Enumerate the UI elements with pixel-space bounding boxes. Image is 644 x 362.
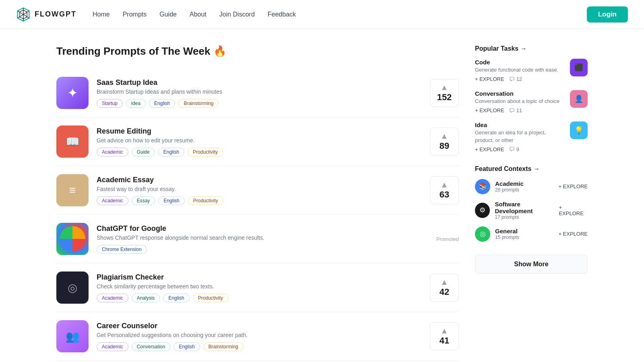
upvote-arrow[interactable]: ▲ (440, 132, 448, 140)
tag[interactable]: Chrome Extension (97, 245, 147, 254)
show-more-button[interactable]: Show More (475, 255, 588, 274)
featured-contexts-title: Featured Contexts → (475, 165, 588, 173)
task-comments: 12 (509, 76, 522, 82)
context-count: 15 prompts (495, 234, 519, 240)
prompt-desc: Get advice on how to edit your resume. (97, 137, 422, 144)
vote-count: 152 (437, 92, 452, 103)
context-icon: ◎ (475, 226, 490, 242)
upvote-arrow[interactable]: ▲ (440, 278, 448, 286)
tag[interactable]: Academic (97, 148, 128, 156)
vote-box[interactable]: ▲ 152 (430, 79, 459, 107)
vote-box[interactable]: ▲ 42 (430, 274, 459, 302)
tag[interactable]: Conversation (132, 342, 171, 351)
prompt-info: Saas Startup Idea Brainstorm Startup Ide… (97, 78, 422, 108)
tag[interactable]: Startup (97, 99, 123, 108)
nav-guide[interactable]: Guide (159, 11, 177, 18)
logo[interactable]: FLOWGPT (16, 7, 76, 22)
vote-box[interactable]: ▲ 63 (430, 176, 459, 204)
task-explore[interactable]: + EXPLORE (475, 76, 504, 82)
prompt-card[interactable]: ✦ Saas Startup Idea Brainstorm Startup I… (56, 69, 459, 117)
context-text: Academic 28 prompts (495, 180, 524, 193)
promoted-label: Promoted (436, 236, 459, 242)
context-count: 28 prompts (495, 187, 524, 193)
tag[interactable]: English (158, 196, 184, 205)
context-explore[interactable]: + EXPLORE (558, 231, 588, 237)
page-title: Trending Prompts of The Week 🔥 (56, 45, 459, 58)
upvote-arrow[interactable]: ▲ (440, 181, 448, 189)
prompt-desc: Check similarity percentage between two … (97, 283, 422, 290)
featured-contexts-section: Featured Contexts → 📚 Academic 28 prompt… (475, 165, 588, 242)
tag[interactable]: Guide (132, 148, 155, 156)
context-explore[interactable]: + EXPLORE (558, 183, 588, 189)
vote-count: 89 (440, 141, 449, 151)
nav-prompts[interactable]: Prompts (123, 11, 147, 18)
popular-tasks-section: Popular Tasks → Code Generate functional… (475, 45, 588, 152)
task-comments: 11 (509, 107, 522, 113)
prompt-title: Career Counselor (97, 322, 422, 330)
context-text: General 15 prompts (495, 228, 519, 240)
tag[interactable]: Brainstorming (178, 99, 219, 108)
tag[interactable]: Academic (97, 342, 128, 351)
tag[interactable]: Essay (132, 196, 155, 205)
context-icon: ⚙ (475, 203, 490, 218)
context-explore[interactable]: + EXPLORE (559, 204, 588, 216)
tag[interactable]: English (173, 342, 200, 351)
prompt-card[interactable]: ◎ Plagiarism Checker Check similarity pe… (56, 263, 459, 312)
vote-box[interactable]: ▲ 41 (430, 322, 459, 350)
nav-feedback[interactable]: Feedback (268, 11, 296, 18)
task-title: Code (475, 59, 565, 66)
task-comments: 9 (509, 146, 519, 152)
tag[interactable]: Productivity (193, 294, 228, 302)
task-explore[interactable]: + EXPLORE (475, 146, 504, 152)
context-text: Software Development 17 prompts (495, 201, 559, 220)
context-left: ◎ General 15 prompts (475, 226, 519, 242)
tag[interactable]: Brainstorming (203, 342, 244, 351)
task-info: Idea Generate an idea for a project, pro… (475, 121, 565, 152)
tag[interactable]: Analysis (132, 294, 160, 302)
prompt-thumbnail: ◎ (56, 272, 89, 304)
prompt-card[interactable]: 📖 Resume Editing Get advice on how to ed… (56, 117, 459, 166)
nav-about[interactable]: About (190, 11, 206, 18)
context-icon: 📚 (475, 179, 490, 194)
tags: StartupIdeaEnglishBrainstorming (97, 99, 422, 108)
context-item: ⚙ Software Development 17 prompts + EXPL… (475, 201, 588, 220)
login-button[interactable]: Login (587, 6, 628, 23)
prompt-list: ✦ Saas Startup Idea Brainstorm Startup I… (56, 69, 459, 361)
prompt-desc: Shows ChatGPT response alongside normal … (97, 234, 428, 241)
tag[interactable]: Academic (97, 196, 128, 205)
nav-join-discord[interactable]: Join Discord (219, 11, 255, 18)
tags: AcademicGuideEnglishProductivity (97, 148, 422, 156)
upvote-arrow[interactable]: ▲ (440, 327, 448, 335)
task-thumbnail: 👤 (570, 90, 588, 108)
task-explore[interactable]: + EXPLORE (475, 107, 504, 113)
context-item: ◎ General 15 prompts + EXPLORE (475, 226, 588, 242)
prompt-info: Resume Editing Get advice on how to edit… (97, 127, 422, 156)
upvote-arrow[interactable]: ▲ (440, 83, 448, 91)
tag[interactable]: English (163, 294, 189, 302)
tag[interactable]: Productivity (188, 196, 223, 205)
tag[interactable]: English (149, 99, 175, 108)
task-desc: Conversation about a topic of choice (475, 98, 565, 105)
tag[interactable]: English (158, 148, 184, 156)
tag[interactable]: Productivity (188, 148, 223, 156)
tag[interactable]: Academic (97, 294, 128, 302)
prompt-card[interactable]: ≡ Academic Essay Fastest way to draft yo… (56, 166, 459, 215)
context-item: 📚 Academic 28 prompts + EXPLORE (475, 179, 588, 194)
tag[interactable]: Idea (126, 99, 146, 108)
task-thumbnail: ⬛ (570, 59, 588, 76)
context-count: 17 prompts (495, 214, 559, 220)
vote-box[interactable]: ▲ 89 (430, 128, 459, 156)
task-item: Conversation Conversation about a topic … (475, 90, 588, 113)
context-title: General (495, 228, 519, 234)
prompt-card[interactable]: ChatGPT for Google Shows ChatGPT respons… (56, 215, 459, 263)
task-info: Code Generate functional code with ease.… (475, 59, 565, 82)
nav-home[interactable]: Home (93, 11, 110, 18)
prompt-thumbnail: 📖 (56, 125, 89, 158)
navbar: FLOWGPT Home Prompts Guide About Join Di… (0, 0, 644, 29)
prompt-desc: Fastest way to draft your essay. (97, 186, 422, 192)
tags: Chrome Extension (97, 245, 428, 254)
popular-tasks-title: Popular Tasks → (475, 45, 588, 52)
context-left: 📚 Academic 28 prompts (475, 179, 524, 194)
prompt-card[interactable]: 👥 Career Counselor Get Personalized sugg… (56, 312, 459, 361)
prompt-thumbnail: 👥 (56, 320, 89, 352)
